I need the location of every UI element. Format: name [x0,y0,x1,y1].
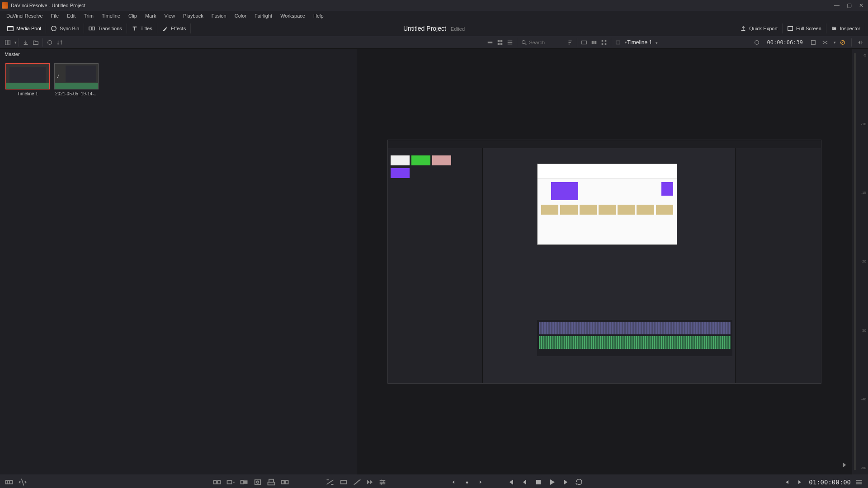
audio-meters: -5 -10 -15 -20 -30 -40 -50 [852,49,868,474]
import-folder-button[interactable] [31,38,41,47]
timeline-selector[interactable]: Timeline 1 ▾ [627,39,657,46]
svg-point-24 [755,40,759,44]
menu-file[interactable]: File [47,12,63,19]
timeline-options-button[interactable] [378,478,387,487]
media-pool-toggle[interactable]: Media Pool [3,23,46,33]
svg-rect-2 [89,27,91,30]
record-timecode[interactable]: 01:00:00:00 [809,479,851,486]
list-view-button[interactable] [505,38,515,47]
clip-item[interactable]: Timeline 1 [5,63,50,96]
svg-rect-32 [244,480,248,484]
bin-name[interactable]: Master [0,49,357,60]
viewer-frame [387,140,821,384]
full-screen-button[interactable]: Full Screen [783,23,826,33]
play-button[interactable] [547,477,557,487]
minimize-button[interactable]: — [834,2,840,9]
stop-button[interactable] [533,477,543,487]
edit-toolbar: ● 01:00:00:00 [0,474,868,488]
menu-view[interactable]: View [160,12,179,19]
tools-button[interactable] [808,38,818,47]
source-tape-button[interactable] [579,38,589,47]
close-button[interactable]: ✕ [859,2,863,9]
place-on-top-button[interactable] [267,478,276,487]
smooth-cut-button[interactable] [353,478,362,487]
svg-rect-27 [6,480,13,484]
titles-toggle[interactable]: Titles [127,23,157,33]
menu-trim[interactable]: Trim [80,12,97,19]
split-button[interactable] [18,478,27,487]
thumbnail-view-button[interactable] [495,38,505,47]
sort-button[interactable] [55,38,65,47]
clip-item[interactable]: ♪ 2021-05-05_19-14-... [54,63,99,96]
ripple-overwrite-button[interactable] [240,478,249,487]
bin-list-toggle[interactable] [3,38,13,47]
fast-review-button[interactable] [365,478,374,487]
viewer-mode-button[interactable] [613,38,623,47]
close-up-button[interactable] [253,478,262,487]
inspector-toggle[interactable]: Inspector [826,23,865,33]
prev-clip-nav[interactable] [448,477,458,487]
sub-toolbar: ▾ ▾ Timeline 1 ▾ 00:00:06:39 ▾ [0,36,868,49]
sync-button[interactable] [45,38,55,47]
svg-rect-36 [269,479,274,482]
search-icon [519,38,529,47]
svg-rect-1 [8,26,13,27]
match-frame-icon[interactable] [752,38,762,47]
menu-fusion[interactable]: Fusion [208,12,230,19]
jump-end-button[interactable] [561,477,571,487]
svg-point-34 [257,481,259,483]
chevron-down-icon: ▾ [656,41,658,45]
chevron-down-icon[interactable]: ▾ [834,40,836,45]
grid-view-button[interactable] [599,38,609,47]
next-clip-nav[interactable] [476,477,486,487]
loop-button[interactable] [574,477,584,487]
menu-help[interactable]: Help [310,12,327,19]
maximize-button[interactable]: ▢ [847,2,852,9]
viewer[interactable] [357,49,852,474]
timeline-menu-button[interactable] [854,478,863,487]
menu-playback[interactable]: Playback [179,12,207,19]
menu-timeline[interactable]: Timeline [98,12,124,19]
boring-detector-button[interactable] [5,478,14,487]
import-media-button[interactable] [21,38,31,47]
menu-fairlight[interactable]: Fairlight [251,12,276,19]
quick-export-button[interactable]: Quick Export [736,23,783,33]
source-timecode[interactable]: 00:00:06:39 [767,39,803,46]
audio-icon: ♪ [57,72,60,79]
window-title: DaVinci Resolve - Untitled Project [11,3,834,8]
jump-start-button[interactable] [506,477,516,487]
goto-in-button[interactable] [782,477,792,487]
strip-view-button[interactable] [485,38,495,47]
goto-out-button[interactable] [795,477,805,487]
menu-color[interactable]: Color [231,12,250,19]
transitions-toggle[interactable]: Transitions [84,23,127,33]
sync-bin-toggle[interactable]: Sync Bin [46,23,84,33]
menu-davinci[interactable]: DaVinci Resolve [3,12,47,19]
cut-button[interactable] [339,478,348,487]
source-overwrite-button[interactable] [280,478,289,487]
svg-point-7 [833,29,835,30]
search-input[interactable] [529,40,565,45]
smart-insert-button[interactable] [212,478,222,487]
menu-mark[interactable]: Mark [142,12,160,19]
main-area: Master Timeline 1 ♪ 2021-05-05_19-14-... [0,49,868,474]
menu-edit[interactable]: Edit [63,12,79,19]
upload-icon [740,25,746,32]
safe-area-button[interactable] [820,38,830,47]
chevron-down-icon[interactable]: ▾ [14,40,17,45]
menu-workspace[interactable]: Workspace [277,12,309,19]
prev-frame-button[interactable] [520,477,530,487]
svg-rect-16 [582,41,587,44]
bypass-button[interactable] [838,38,848,47]
clip-view-button[interactable] [589,38,599,47]
svg-rect-13 [498,42,500,44]
sort-order-button[interactable] [565,38,575,47]
svg-point-41 [381,483,382,484]
append-button[interactable] [226,478,235,487]
dissolve-button[interactable] [326,478,335,487]
marker-nav[interactable]: ● [462,477,472,487]
goto-next-edit-button[interactable] [841,461,849,469]
effects-toggle[interactable]: Effects [157,23,191,33]
audio-meter-icon[interactable] [855,38,865,47]
menu-clip[interactable]: Clip [125,12,141,19]
